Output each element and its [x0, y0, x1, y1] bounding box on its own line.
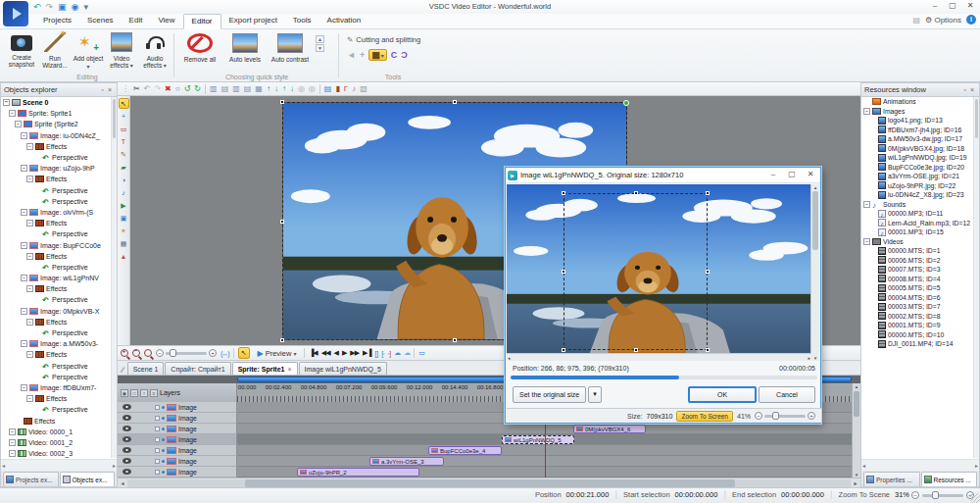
redo-icon[interactable]: ↷ — [46, 2, 54, 12]
resize-handle[interactable] — [453, 338, 457, 342]
save-icon[interactable]: ▣ — [58, 2, 67, 12]
expander-icon[interactable]: − — [21, 275, 27, 281]
close-panel-icon[interactable]: × — [106, 86, 114, 93]
expander-icon[interactable]: − — [26, 220, 33, 226]
visibility-eye-icon[interactable] — [122, 415, 131, 421]
resize-handle[interactable] — [562, 348, 565, 352]
tree-item[interactable]: logo41.png; ID=13 — [861, 116, 973, 126]
tree-item[interactable]: −Effects — [1, 283, 111, 294]
set-original-size-dropdown-icon[interactable]: ▾ — [588, 386, 602, 403]
tooltip-icon[interactable]: ◑ — [119, 175, 129, 185]
ok-button[interactable]: OK — [688, 386, 757, 403]
tree-item[interactable]: BupFCCo0e3e.jpg; ID=20 — [861, 163, 973, 173]
resize-grip[interactable] — [970, 493, 980, 503]
tree-item[interactable]: 00000.MTS; ID=1 — [861, 246, 973, 256]
fast-back-icon[interactable]: ◀◀ — [321, 349, 330, 357]
maximize-button[interactable]: ▢ — [945, 1, 960, 12]
menu-item-edit[interactable]: Edit — [122, 14, 151, 29]
tree-item[interactable]: Effects — [1, 415, 111, 426]
expander-icon[interactable]: − — [26, 395, 33, 402]
align-top-icon[interactable]: ▤ — [221, 83, 229, 95]
ribbon-button-create-snapshot[interactable]: Create snapshot — [6, 31, 37, 71]
star-icon[interactable]: ✶ — [119, 226, 129, 236]
dialog-close-button[interactable]: ✕ — [803, 170, 818, 180]
track-expander-icon[interactable] — [155, 416, 160, 421]
dialog-hscrollbar[interactable]: ◂▸ — [507, 353, 811, 361]
tree-item[interactable]: uZojo-9hPR.jpg; ID=22 — [861, 181, 973, 191]
expander-icon[interactable]: − — [9, 439, 16, 446]
rotate-cw-icon[interactable]: ↻ — [194, 83, 201, 95]
tree-item[interactable]: Perspective — [1, 404, 111, 415]
visibility-eye-icon[interactable] — [122, 404, 131, 410]
selection-brackets-icon[interactable]: [ ] — [374, 350, 377, 357]
tree-item[interactable]: −Effects — [1, 174, 111, 184]
ribbon-button-auto-levels[interactable]: Auto levels — [223, 31, 267, 63]
rotate-ccw-icon[interactable]: ↺ — [184, 83, 191, 95]
tree-item[interactable]: Perspective — [1, 228, 111, 239]
expander-icon[interactable]: − — [26, 319, 33, 326]
sync-icon[interactable]: ◉ — [72, 2, 79, 12]
tree-item[interactable]: a.MW50v3-dw.jpg; ID=17 — [861, 134, 973, 144]
zoom-in-icon[interactable]: + — [121, 349, 128, 357]
lock-all-icon[interactable]: □ — [130, 389, 138, 397]
fit-timeline-icon[interactable]: (↔) — [220, 350, 229, 357]
rotate-cw-icon[interactable]: Ɔ — [401, 50, 408, 60]
cloud-upload-icon[interactable]: ☁ — [404, 349, 410, 357]
tree-item[interactable]: 00001.MP3; ID=15 — [861, 227, 973, 237]
close-button[interactable]: ✕ — [962, 1, 978, 12]
expander-icon[interactable]: − — [26, 285, 33, 292]
tree-item[interactable]: ffDBUxm7-jh4.jpg; ID=16 — [861, 126, 973, 135]
expand-all-icon[interactable]: ↕ — [140, 389, 148, 397]
tree-item[interactable]: 00005.MTS; ID=5 — [861, 283, 973, 293]
tree-item[interactable]: −Effects — [1, 317, 111, 327]
track-expander-icon[interactable] — [155, 437, 160, 442]
tree-item[interactable]: −Effects — [1, 349, 111, 360]
expander-icon[interactable]: − — [26, 176, 33, 182]
object-icon[interactable]: ▮ — [335, 83, 339, 95]
visibility-eye-icon[interactable] — [122, 447, 131, 453]
expander-icon[interactable]: − — [863, 108, 870, 115]
tree-item[interactable]: Perspective — [1, 294, 111, 305]
align-right-icon[interactable]: ▥ — [232, 83, 240, 95]
dialog-progress-bar[interactable] — [511, 376, 817, 379]
zoom-to-screen-button[interactable]: Zoom To Screen — [676, 411, 733, 422]
group-icon[interactable]: ◎ — [298, 83, 305, 95]
expander-icon[interactable]: − — [26, 351, 33, 358]
tree-item[interactable]: DJI_0011.MP4; ID=14 — [861, 339, 973, 349]
menu-item-export-project[interactable]: Export project — [221, 14, 285, 29]
track-header[interactable]: Image — [118, 467, 237, 478]
visibility-eye-icon[interactable] — [122, 426, 131, 431]
tree-item[interactable]: Perspective — [1, 262, 111, 273]
cloud-download-icon[interactable]: ☁ — [394, 349, 400, 357]
tree-item[interactable]: −Images — [861, 107, 973, 117]
pointer-icon[interactable]: ↖ — [119, 98, 129, 109]
set-start-marker-icon[interactable]: [◦ — [381, 350, 383, 357]
tab-close-icon[interactable]: × — [288, 366, 292, 373]
tree-item[interactable]: Animations — [861, 97, 973, 107]
resize-handle[interactable] — [706, 191, 710, 195]
move-down-icon[interactable]: ↓ — [274, 83, 278, 95]
track-header[interactable]: Image — [118, 434, 237, 445]
rotate-handle[interactable] — [623, 100, 629, 106]
visibility-eye-icon[interactable] — [122, 436, 131, 442]
tree-item[interactable]: 00000.MP3; ID=11 — [861, 209, 973, 219]
dialog-maximize-button[interactable]: ▢ — [784, 170, 800, 180]
tree-item[interactable]: −Effects — [1, 251, 111, 262]
tree-item[interactable]: wiL1gPnNWDQ.jpg; ID=19 — [861, 153, 973, 163]
tree-item[interactable]: −Videos — [861, 237, 973, 247]
timeline-hscrollbar[interactable]: ◂▸ — [118, 478, 860, 487]
minimize-button[interactable]: – — [927, 1, 943, 12]
audio-wave-icon[interactable]: ♪ — [352, 83, 356, 95]
layers-menu-icon[interactable]: ≡ — [150, 389, 158, 397]
expander-icon[interactable]: − — [21, 242, 27, 249]
panel-tab-projectsex[interactable]: Projects ex... — [3, 472, 59, 486]
resize-handle[interactable] — [562, 191, 565, 195]
send-back-icon[interactable]: ↓ — [290, 83, 294, 95]
info-icon[interactable]: i — [966, 15, 976, 25]
panel-tab-properties[interactable]: Properties ... — [863, 472, 920, 486]
scene-tab[interactable]: Scene 1 — [127, 362, 165, 375]
resize-handle[interactable] — [280, 220, 284, 224]
resize-handle[interactable] — [562, 270, 565, 274]
timeline-clip[interactable]: wiL1gPnNWDQ_5 — [502, 435, 574, 444]
pattern-icon[interactable]: ▧ — [360, 83, 368, 95]
